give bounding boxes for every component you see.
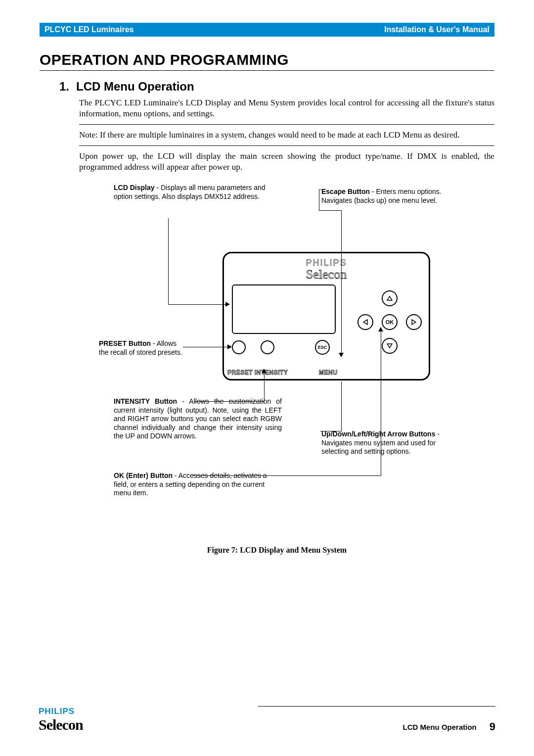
- svg-marker-2: [412, 320, 416, 325]
- leader-line: [381, 331, 381, 476]
- triangle-up-icon: [387, 296, 393, 301]
- note-paragraph: Note: If there are multiple luminaires i…: [79, 130, 494, 141]
- intro-paragraph: The PLCYC LED Luminaire's LCD Display an…: [79, 97, 494, 119]
- panel-brand-selecon: Selecon: [232, 268, 421, 281]
- svg-marker-1: [363, 320, 367, 325]
- intensity-button[interactable]: [261, 340, 274, 354]
- main-heading: OPERATION AND PROGRAMMING: [40, 51, 494, 71]
- dpad: OK: [357, 290, 422, 355]
- leader-line: [319, 210, 341, 211]
- callout-escape: Escape Button - Enters menu options. Nav…: [321, 188, 450, 205]
- leader-line: [319, 189, 319, 210]
- ok-button[interactable]: OK: [382, 314, 398, 330]
- footer-section-name: LCD Menu Operation: [403, 723, 477, 731]
- header-right: Installation & User's Manual: [384, 25, 490, 34]
- footer-page-number: 9: [490, 720, 495, 733]
- svg-marker-3: [387, 344, 392, 348]
- footer-brand-philips: PHILIPS: [39, 707, 83, 716]
- arrowhead-icon: [225, 302, 230, 307]
- section-title: LCD Menu Operation: [76, 80, 194, 93]
- preset-button[interactable]: [232, 340, 246, 354]
- callout-preset: PRESET Button - Allows the recall of sto…: [99, 339, 183, 357]
- leader-line: [264, 373, 265, 402]
- preset-button-label: PRESET: [227, 369, 253, 376]
- figure-7-diagram: LCD Display - Displays all menu paramete…: [79, 184, 494, 535]
- section-number: 1.: [59, 80, 69, 93]
- callout-intensity-label: INTENSITY Button: [114, 397, 177, 405]
- lcd-screen: [232, 284, 336, 334]
- panel-brand: PHILIPS Selecon: [232, 258, 421, 281]
- arrowhead-icon: [378, 327, 383, 331]
- leader-line: [341, 381, 342, 431]
- down-arrow-button[interactable]: [382, 338, 398, 354]
- callout-preset-label: PRESET Button: [99, 339, 151, 347]
- paragraph-2: Upon power up, the LCD will display the …: [79, 151, 494, 173]
- header-bar: PLCYC LED Luminaires Installation & User…: [40, 23, 494, 37]
- callout-lcd-label: LCD Display: [114, 184, 154, 191]
- note-text: Note: If there are multiple luminaires i…: [79, 130, 459, 140]
- figure-caption: Figure 7: LCD Display and Menu System: [59, 546, 494, 555]
- up-arrow-button[interactable]: [382, 290, 398, 306]
- callout-escape-label: Escape Button: [321, 188, 370, 195]
- leader-line: [168, 304, 226, 305]
- device-panel: PHILIPS Selecon ESC PRESET INTENSITY MEN…: [222, 252, 430, 380]
- leader-line: [183, 347, 228, 347]
- page-footer: PHILIPS Selecon LCD Menu Operation 9: [39, 702, 495, 733]
- menu-button-label: MENU: [319, 369, 337, 376]
- callout-arrows: Up/Down/Left/Right Arrow Buttons - Navig…: [321, 430, 465, 456]
- leader-line: [168, 218, 169, 304]
- triangle-left-icon: [363, 319, 368, 325]
- footer-brand-selecon: Selecon: [39, 716, 83, 733]
- divider: [79, 124, 494, 125]
- leader-line: [319, 189, 321, 190]
- leader-line: [320, 431, 342, 431]
- leader-line: [190, 475, 381, 476]
- arrowhead-icon: [227, 344, 232, 349]
- arrowhead-icon: [262, 369, 267, 373]
- page-content: OPERATION AND PROGRAMMING 1.LCD Menu Ope…: [40, 51, 494, 555]
- leader-line: [194, 401, 264, 402]
- arrowhead-icon: [339, 353, 344, 357]
- triangle-right-icon: [411, 319, 416, 325]
- footer-logo: PHILIPS Selecon: [39, 707, 83, 733]
- left-arrow-button[interactable]: [357, 314, 373, 330]
- footer-right: LCD Menu Operation 9: [258, 706, 495, 733]
- section-heading: 1.LCD Menu Operation: [59, 80, 494, 94]
- callout-intensity: INTENSITY Button - Allows the customizat…: [114, 397, 282, 441]
- triangle-down-icon: [387, 343, 393, 348]
- svg-marker-0: [387, 296, 392, 300]
- panel-brand-philips: PHILIPS: [232, 258, 421, 268]
- right-arrow-button[interactable]: [406, 314, 422, 330]
- callout-lcd: LCD Display - Displays all menu paramete…: [114, 184, 267, 201]
- esc-button[interactable]: ESC: [315, 340, 330, 355]
- divider: [79, 145, 494, 146]
- header-left: PLCYC LED Luminaires: [44, 25, 134, 34]
- intensity-button-label: INTENSITY: [255, 369, 288, 376]
- leader-line: [341, 210, 342, 354]
- callout-ok-label: OK (Enter) Button: [114, 472, 173, 479]
